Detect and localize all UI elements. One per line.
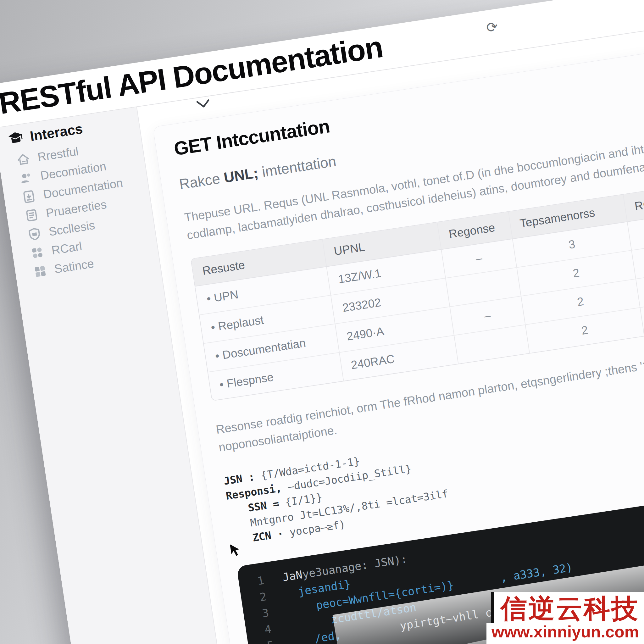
sidebar-item-label: Rrestful: [37, 144, 80, 164]
document-lines-icon: [25, 208, 39, 222]
endpoint-card: GET Intccuntation Rakce UNL; imtenttatio…: [153, 40, 644, 644]
sidebar-items: Rrestful Decomiation Documentation Pruae…: [11, 135, 159, 280]
line-number: 1: [243, 572, 265, 591]
watermark-brand: 信逆云科技: [491, 592, 644, 623]
sidebar-item-label: Satince: [53, 257, 95, 276]
mouse-cursor-icon: [229, 542, 244, 558]
document-sheet: RESTful API Documentation ⟳ Interacs Rre…: [0, 0, 644, 644]
line-number: 4: [250, 621, 272, 640]
watermark-url: www.xinniyun.com: [486, 623, 644, 644]
sidebar-item-label: Decomiation: [39, 159, 107, 183]
line-number: 2: [245, 588, 268, 608]
flower-grid-icon: [30, 246, 44, 260]
document-download-icon: [22, 190, 36, 204]
home-icon: [16, 152, 31, 166]
graduation-cap-icon: [7, 130, 24, 147]
grid-icon: [33, 264, 47, 278]
watermark: 信逆云科技 www.xinniyun.com: [486, 592, 644, 644]
code-text: JaN: [281, 566, 303, 586]
shield-icon: [27, 227, 42, 241]
sidebar-item-label: RCarl: [51, 239, 83, 257]
sidebar-item-label: Sccllesis: [48, 218, 96, 238]
line-number: 3: [248, 604, 270, 624]
sidebar-header-label: Interacs: [29, 121, 84, 144]
subtitle-prefix: Rakce: [178, 169, 225, 192]
col-header: RCM: [623, 177, 644, 222]
subtitle-suffix: imtenttation: [257, 153, 337, 180]
sidebar-item-label: Pruaereties: [45, 197, 108, 220]
users-icon: [19, 171, 33, 185]
subtitle-bold: UNL;: [223, 164, 259, 186]
main-area: GET Intccuntation Rakce UNL; imtenttatio…: [137, 0, 644, 644]
refresh-icon[interactable]: ⟳: [485, 18, 499, 36]
